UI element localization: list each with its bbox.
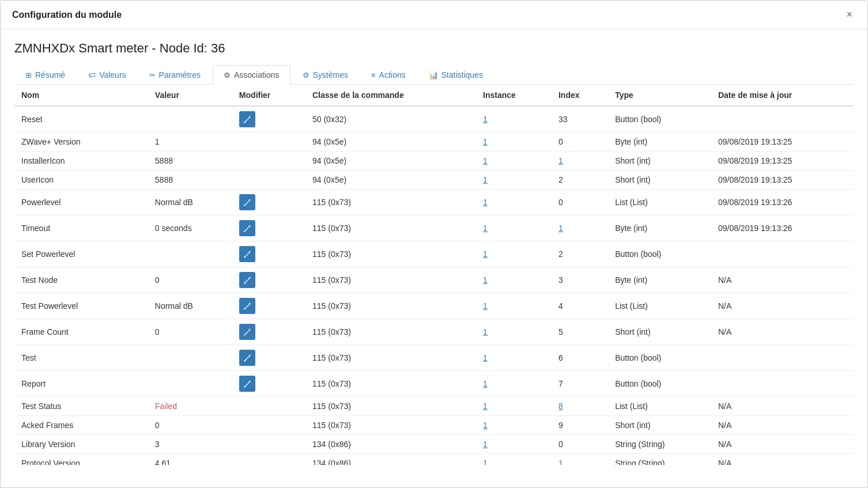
page-title: ZMNHXDx Smart meter - Node Id: 36	[14, 41, 854, 56]
cell-instance: 1	[476, 241, 552, 267]
edit-button[interactable]	[239, 220, 255, 236]
cell-instance: 1	[476, 133, 552, 152]
col-header-date-de-mise-à-jour: Date de mise à jour	[711, 85, 854, 106]
cell-classe: 115 (0x73)	[305, 319, 476, 345]
cell-nom: ZWave+ Version	[14, 133, 148, 152]
col-header-type: Type	[608, 85, 711, 106]
instance-link[interactable]: 1	[483, 249, 488, 259]
edit-button[interactable]	[239, 111, 255, 127]
col-header-valeur: Valeur	[148, 85, 232, 106]
cell-modifier	[232, 241, 305, 267]
cell-date: N/A	[711, 454, 854, 466]
instance-link[interactable]: 1	[483, 275, 488, 285]
edit-button[interactable]	[239, 246, 255, 262]
instance-link[interactable]: 1	[483, 402, 488, 411]
tab-associations[interactable]: ⚙Associations	[213, 65, 290, 85]
cell-valeur	[148, 241, 232, 267]
cell-type: String (String)	[608, 454, 711, 466]
edit-button[interactable]	[239, 376, 255, 392]
tab-valeurs[interactable]: 🏷Valeurs	[77, 65, 137, 84]
cell-instance: 1	[476, 215, 552, 241]
tab-label-systemes: Systèmes	[313, 70, 348, 80]
tab-resume[interactable]: ⊞Résumé	[14, 65, 76, 84]
cell-classe: 115 (0x73)	[305, 267, 476, 293]
instance-link[interactable]: 1	[483, 327, 488, 336]
tab-label-associations: Associations	[234, 70, 280, 80]
tab-icon-resume: ⊞	[25, 71, 32, 80]
instance-link[interactable]: 1	[483, 421, 488, 430]
cell-instance: 1	[476, 371, 552, 397]
cell-classe: 94 (0x5e)	[305, 171, 476, 190]
wrench-icon	[243, 277, 251, 284]
edit-button[interactable]	[239, 350, 255, 366]
table-row: Library Version3134 (0x86)10String (Stri…	[14, 435, 854, 454]
index-link[interactable]: 1	[558, 156, 563, 165]
instance-link[interactable]: 1	[483, 175, 488, 184]
cell-modifier	[232, 435, 305, 454]
cell-nom: Reset	[14, 106, 148, 133]
cell-date	[711, 106, 854, 133]
cell-modifier	[232, 106, 305, 133]
cell-type: Short (int)	[608, 416, 711, 435]
edit-button[interactable]	[239, 194, 255, 210]
cell-date: 09/08/2019 19:13:25	[711, 152, 854, 171]
instance-link[interactable]: 1	[483, 459, 488, 465]
cell-index: 0	[552, 435, 608, 454]
cell-index: 5	[552, 319, 608, 345]
cell-instance: 1	[476, 416, 552, 435]
cell-modifier	[232, 319, 305, 345]
cell-nom: Test Node	[14, 267, 148, 293]
cell-date: 09/08/2019 19:13:25	[711, 171, 854, 190]
tab-parametres[interactable]: ✂Paramètres	[138, 65, 212, 84]
table-head: NomValeurModifierClasse de la commandeIn…	[14, 85, 854, 106]
edit-button[interactable]	[239, 272, 255, 288]
instance-link[interactable]: 1	[483, 156, 488, 165]
instance-link[interactable]: 1	[483, 353, 488, 362]
index-link[interactable]: 1	[558, 224, 563, 233]
cell-type: Short (int)	[608, 171, 711, 190]
table-row: Report115 (0x73)17Button (bool)	[14, 371, 854, 397]
cell-type: Byte (int)	[608, 133, 711, 152]
cell-index: 4	[552, 293, 608, 319]
instance-link[interactable]: 1	[483, 440, 488, 449]
tab-icon-actions: ≡	[371, 71, 376, 80]
tab-label-resume: Résumé	[35, 70, 65, 80]
cell-classe: 115 (0x73)	[305, 215, 476, 241]
cell-valeur: Failed	[148, 397, 232, 416]
cell-type: Button (bool)	[608, 106, 711, 133]
wrench-icon	[243, 302, 251, 310]
table-row: Test StatusFailed115 (0x73)18List (List)…	[14, 397, 854, 416]
cell-index: 3	[552, 267, 608, 293]
edit-button[interactable]	[239, 298, 255, 314]
table-container: NomValeurModifierClasse de la commandeIn…	[14, 85, 854, 465]
tab-actions[interactable]: ≡Actions	[360, 65, 417, 84]
instance-link[interactable]: 1	[483, 137, 488, 146]
index-link[interactable]: 1	[558, 459, 563, 465]
table-row: Acked Frames0115 (0x73)19Short (int)N/A	[14, 416, 854, 435]
cell-index: 0	[552, 190, 608, 215]
instance-link[interactable]: 1	[483, 379, 488, 388]
cell-type: List (List)	[608, 190, 711, 215]
tab-icon-systemes: ⚙	[303, 71, 310, 80]
instance-link[interactable]: 1	[483, 198, 488, 207]
modal-header: Configuration du module ×	[1, 1, 867, 29]
instance-link[interactable]: 1	[483, 115, 488, 124]
cell-classe: 134 (0x86)	[305, 435, 476, 454]
close-button[interactable]: ×	[843, 7, 856, 22]
instance-link[interactable]: 1	[483, 224, 488, 233]
edit-button[interactable]	[239, 324, 255, 340]
cell-index: 0	[552, 133, 608, 152]
index-link[interactable]: 8	[558, 402, 563, 411]
wrench-icon	[243, 380, 251, 388]
tab-statistiques[interactable]: 📊Statistiques	[418, 65, 494, 84]
cell-valeur	[148, 106, 232, 133]
cell-index: 2	[552, 171, 608, 190]
wrench-icon	[243, 199, 251, 206]
cell-modifier	[232, 293, 305, 319]
cell-date: N/A	[711, 397, 854, 416]
cell-date: N/A	[711, 319, 854, 345]
tab-systemes[interactable]: ⚙Systèmes	[292, 65, 359, 84]
cell-date: N/A	[711, 416, 854, 435]
cell-valeur: 0 seconds	[148, 215, 232, 241]
instance-link[interactable]: 1	[483, 301, 488, 311]
